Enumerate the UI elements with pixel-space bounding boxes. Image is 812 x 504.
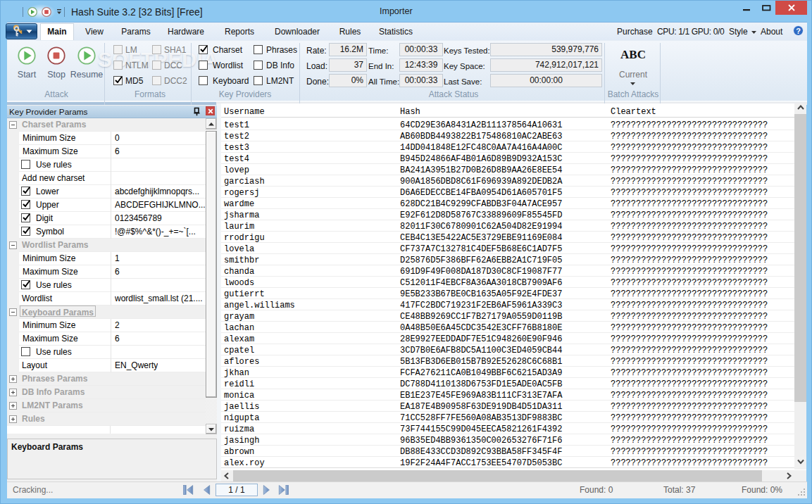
svg-text:?: ?	[796, 27, 801, 35]
